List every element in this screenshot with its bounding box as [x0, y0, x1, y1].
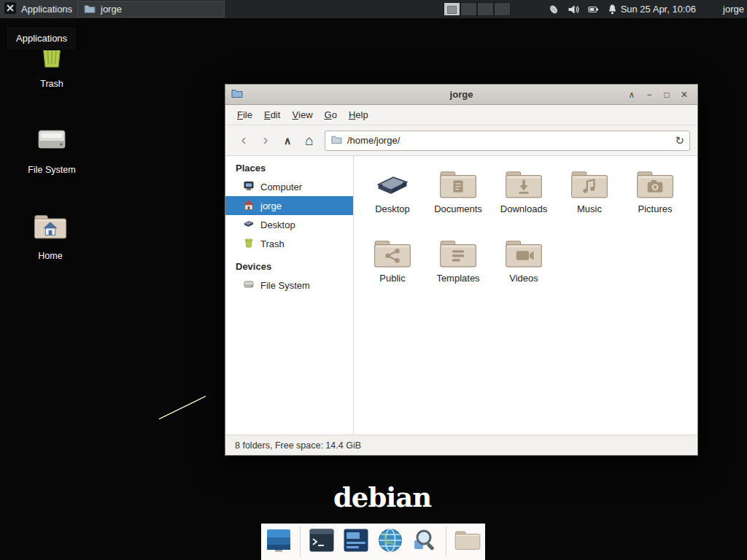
trash-small-icon [243, 237, 255, 251]
templates-folder-icon [439, 232, 477, 270]
drive-small-icon [243, 279, 255, 292]
dock-separator [300, 526, 301, 557]
path-folder-icon [331, 134, 342, 147]
applications-menu-button[interactable]: Applications [0, 0, 79, 18]
file-item-desktop[interactable]: Desktop [360, 163, 425, 232]
workspace-4[interactable] [494, 2, 511, 16]
dock-separator [446, 526, 446, 557]
sidebar-header-devices: Devices [225, 256, 353, 276]
file-item-documents[interactable]: Documents [425, 163, 491, 232]
minimize-button[interactable]: − [642, 88, 657, 101]
file-manager-window: jorge ∧ − □ × File Edit View Go Help ‹ ›… [225, 84, 698, 456]
menu-file[interactable]: File [231, 105, 258, 125]
taskbar-window-button[interactable]: jorge [77, 1, 225, 18]
workspace-3[interactable] [477, 2, 494, 16]
close-button[interactable]: × [677, 88, 692, 101]
music-folder-icon [570, 163, 608, 201]
status-text: 8 folders, Free space: 14.4 GiB [235, 440, 361, 451]
file-item-downloads[interactable]: Downloads [491, 163, 557, 232]
mouse-icon[interactable] [547, 4, 560, 15]
show-desktop-icon [266, 527, 292, 556]
workspace-1[interactable] [444, 2, 460, 16]
file-item-videos[interactable]: Videos [491, 232, 557, 301]
sidebar-header-places: Places [225, 158, 353, 177]
show-desktop-button[interactable] [266, 529, 292, 555]
window-titlebar[interactable]: jorge ∧ − □ × [225, 85, 697, 105]
volume-icon[interactable] [568, 4, 580, 15]
desktop-icon-home[interactable]: Home [17, 211, 84, 261]
sidebar: Places Computer jorge [225, 156, 354, 435]
forward-button[interactable]: › [255, 129, 276, 152]
battery-icon[interactable] [587, 4, 600, 15]
web-browser-launcher[interactable] [377, 529, 403, 555]
file-item-public[interactable]: Public [360, 232, 425, 301]
file-manager-launcher[interactable] [454, 529, 481, 555]
clock[interactable]: Sun 25 Apr, 10:06 [621, 0, 696, 18]
file-item-templates[interactable]: Templates [425, 232, 491, 301]
home-icon [243, 199, 255, 213]
terminal-icon [309, 527, 335, 556]
maximize-button[interactable]: □ [659, 88, 674, 101]
documents-folder-icon [439, 163, 477, 201]
menu-bar: File Edit View Go Help [225, 105, 697, 125]
browser-globe-icon [377, 527, 403, 556]
menu-help[interactable]: Help [343, 105, 374, 125]
shade-button[interactable]: ∧ [624, 88, 639, 101]
applications-tooltip: Applications [6, 26, 77, 50]
wallpaper-swirl-line [158, 395, 206, 419]
desktop-icon-label: Trash [40, 79, 63, 89]
sidebar-item-trash[interactable]: Trash [225, 234, 353, 253]
menu-view[interactable]: View [286, 105, 318, 125]
sidebar-item-jorge[interactable]: jorge [225, 196, 353, 215]
file-item-pictures[interactable]: Pictures [622, 163, 688, 232]
debian-logo: debian [333, 481, 431, 513]
system-monitor-icon [343, 527, 369, 556]
home-button[interactable]: ⌂ [298, 131, 320, 151]
terminal-launcher[interactable] [309, 529, 335, 555]
menu-go[interactable]: Go [319, 105, 343, 125]
top-panel: Applications jorge [0, 0, 747, 18]
public-folder-icon [374, 232, 411, 270]
folder-icon [84, 3, 96, 16]
status-bar: 8 folders, Free space: 14.4 GiB [225, 435, 697, 455]
home-folder-icon [34, 211, 67, 245]
downloads-folder-icon [505, 163, 543, 201]
desktop-icon-label: Home [38, 251, 62, 261]
sidebar-item-desktop[interactable]: Desktop [225, 215, 353, 234]
applications-menu-icon [4, 1, 17, 17]
computer-icon [243, 180, 255, 194]
menu-edit[interactable]: Edit [258, 105, 286, 125]
dock-panel [261, 524, 485, 560]
notifications-bell-icon[interactable] [607, 4, 618, 15]
taskbar-window-label: jorge [101, 4, 122, 15]
applications-menu-label: Applications [21, 4, 72, 15]
toolbar: ‹ › ∧ ⌂ /home/jorge/ ↻ [225, 125, 697, 156]
back-button[interactable]: ‹ [233, 129, 255, 152]
sidebar-item-computer[interactable]: Computer [225, 177, 353, 196]
system-tray [547, 0, 618, 18]
reload-icon[interactable]: ↻ [675, 134, 684, 147]
file-grid: Desktop Documents [354, 156, 697, 435]
desktop-icon-label: File System [28, 165, 75, 175]
workspace-pager[interactable] [444, 2, 511, 16]
app-finder-launcher[interactable] [411, 529, 438, 555]
path-bar[interactable]: /home/jorge/ ↻ [325, 131, 690, 151]
sidebar-item-file-system[interactable]: File System [225, 276, 353, 295]
system-monitor-launcher[interactable] [343, 529, 369, 555]
desktop-icon-filesystem[interactable]: File System [18, 122, 85, 175]
desktop-folder-icon [374, 163, 411, 201]
drive-icon [35, 122, 69, 159]
path-text: /home/jorge/ [347, 135, 400, 146]
workspace-miniwindow [447, 6, 457, 14]
app-finder-magnifier-icon [411, 527, 438, 556]
file-item-music[interactable]: Music [557, 163, 622, 232]
workspace-2[interactable] [460, 2, 477, 16]
file-manager-folder-icon [454, 529, 481, 555]
up-button[interactable]: ∧ [276, 131, 298, 151]
pictures-folder-icon [636, 163, 674, 201]
desktop-icon [243, 218, 255, 232]
desktop[interactable]: Applications jorge [0, 0, 747, 560]
panel-username[interactable]: jorge [723, 0, 744, 18]
videos-folder-icon [505, 232, 543, 270]
